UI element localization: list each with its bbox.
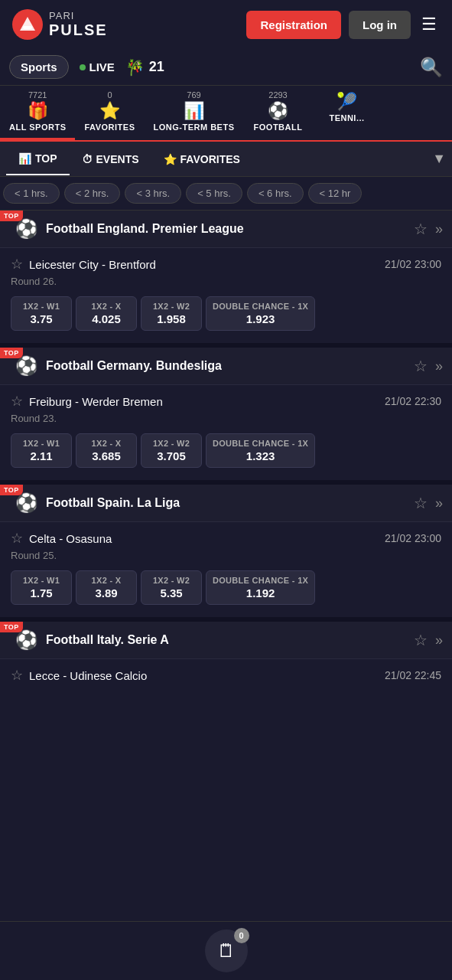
- odds-btn-0[interactable]: 1X2 - W1 3.75: [11, 296, 72, 331]
- league-ball-icon: ⚽: [15, 629, 38, 651]
- filter-icon-favorites: ⭐: [164, 153, 177, 165]
- filter-tab-favorites[interactable]: ⭐ FAVORITES: [151, 144, 252, 175]
- match-time: 21/02 23:00: [385, 258, 441, 270]
- time-filter-btn-3[interactable]: < 5 hrs.: [186, 183, 242, 204]
- odds-value: 2.11: [30, 449, 52, 462]
- odds-value: 3.89: [95, 586, 117, 599]
- odds-btn-3[interactable]: DOUBLE CHANCE - 1X 1.192: [206, 570, 315, 605]
- odds-btn-0[interactable]: 1X2 - W1 2.11: [11, 433, 72, 468]
- live-indicator: LIVE: [80, 60, 115, 74]
- sport-tab-label: LONG-TERM BETS: [154, 122, 235, 132]
- odds-btn-1[interactable]: 1X2 - X 3.685: [76, 433, 137, 468]
- league-ball-icon: ⚽: [15, 218, 38, 240]
- filter-tab-events[interactable]: ⏱ EVENTS: [70, 144, 151, 175]
- odds-btn-1[interactable]: 1X2 - X 3.89: [76, 570, 137, 605]
- match-teams: ☆ Lecce - Udinese Calcio: [11, 667, 147, 684]
- sports-tabs: 7721 🎁 ALL SPORTS 0 ⭐ FAVORITES 769 📊 LO…: [0, 86, 452, 142]
- sport-tab-icon: ⚽: [268, 101, 288, 121]
- sports-tab-football[interactable]: 2293 ⚽ FOOTBALL: [244, 86, 313, 140]
- league-expand-icon[interactable]: »: [435, 632, 443, 648]
- live-count: 21: [149, 59, 164, 75]
- bet-slip-button[interactable]: 🗒 0: [205, 929, 248, 972]
- league-name: Football Italy. Serie A: [46, 633, 414, 647]
- league-header-bundesliga: TOP ⚽ Football Germany. Bundesliga ☆ »: [0, 348, 452, 385]
- league-header-premier-league: TOP ⚽ Football England. Premier League ☆…: [0, 211, 452, 248]
- time-filter: < 1 hrs.< 2 hrs.< 3 hrs.< 5 hrs.< 6 hrs.…: [0, 177, 452, 211]
- league-expand-icon[interactable]: »: [435, 495, 443, 511]
- odds-btn-3[interactable]: DOUBLE CHANCE - 1X 1.323: [206, 433, 315, 468]
- odds-btn-1[interactable]: 1X2 - X 4.025: [76, 296, 137, 331]
- search-icon[interactable]: 🔍: [420, 57, 443, 78]
- sports-tab-tennis[interactable]: 🎾 TENNI...: [313, 86, 382, 140]
- sport-tab-label: FOOTBALL: [254, 122, 303, 132]
- league-expand-icon[interactable]: »: [435, 358, 443, 374]
- header: PARI PULSE Registration Log in ☰: [0, 0, 452, 49]
- match-row: ☆ Leicester City - Brentford 21/02 23:00…: [0, 248, 452, 343]
- match-name: Lecce - Udinese Calcio: [29, 669, 147, 682]
- league-favorite-icon[interactable]: ☆: [414, 631, 428, 649]
- odds-btn-2[interactable]: 1X2 - W2 3.705: [141, 433, 202, 468]
- league-favorite-icon[interactable]: ☆: [414, 494, 428, 512]
- odds-btn-3[interactable]: DOUBLE CHANCE - 1X 1.923: [206, 296, 315, 331]
- sports-button[interactable]: Sports: [9, 55, 69, 79]
- odds-label: DOUBLE CHANCE - 1X: [213, 439, 308, 448]
- odds-value: 5.35: [160, 586, 182, 599]
- odds-value: 3.685: [92, 449, 121, 462]
- time-filter-btn-4[interactable]: < 6 hrs.: [247, 183, 304, 204]
- time-filter-btn-2[interactable]: < 3 hrs.: [125, 183, 181, 204]
- odds-label: 1X2 - W1: [23, 302, 60, 311]
- sports-tab-long-term[interactable]: 769 📊 LONG-TERM BETS: [145, 86, 244, 140]
- sport-tab-count: 0: [107, 90, 112, 100]
- sports-tab-all-sports[interactable]: 7721 🎁 ALL SPORTS: [0, 86, 75, 140]
- sport-tab-icon: 🎁: [28, 101, 48, 121]
- menu-icon[interactable]: ☰: [418, 11, 440, 38]
- filter-tab-top[interactable]: 📊 TOP: [6, 143, 70, 175]
- registration-button[interactable]: Registration: [246, 11, 341, 39]
- odds-label: DOUBLE CHANCE - 1X: [213, 576, 308, 585]
- odds-row: 1X2 - W1 3.75 1X2 - X 4.025 1X2 - W2 1.9…: [11, 293, 441, 340]
- sport-tab-icon: 📊: [184, 101, 204, 121]
- filter-label-events: EVENTS: [96, 153, 139, 165]
- bottom-nav: 🗒 0: [0, 921, 452, 980]
- league-favorite-icon[interactable]: ☆: [414, 357, 428, 375]
- odds-btn-0[interactable]: 1X2 - W1 1.75: [11, 570, 72, 605]
- match-row: ☆ Lecce - Udinese Calcio 21/02 22:45: [0, 659, 452, 687]
- league-name: Football Spain. La Liga: [46, 496, 414, 510]
- filter-label-favorites: FAVORITES: [180, 153, 240, 165]
- match-round: Round 26.: [11, 276, 441, 287]
- odds-label: 1X2 - W2: [153, 302, 190, 311]
- filter-bar: 📊 TOP ⏱ EVENTS ⭐ FAVORITES ▼: [0, 142, 452, 177]
- league-section-serie-a: TOP ⚽ Football Italy. Serie A ☆ » ☆ Lecc…: [0, 622, 452, 687]
- odds-btn-2[interactable]: 1X2 - W2 5.35: [141, 570, 202, 605]
- filter-options-button[interactable]: ▼: [432, 151, 446, 167]
- league-name: Football Germany. Bundesliga: [46, 359, 414, 373]
- svg-rect-1: [23, 26, 32, 29]
- match-row: ☆ Celta - Osasuna 21/02 23:00 Round 25. …: [0, 522, 452, 617]
- match-row: ☆ Freiburg - Werder Bremen 21/02 22:30 R…: [0, 385, 452, 480]
- match-favorite-icon[interactable]: ☆: [11, 530, 23, 547]
- time-filter-btn-5[interactable]: < 12 hr: [308, 183, 363, 204]
- logo-pari: PARI: [49, 11, 108, 21]
- match-favorite-icon[interactable]: ☆: [11, 667, 23, 684]
- nav-bar: Sports LIVE 🎋 21 🔍: [0, 49, 452, 86]
- league-favorite-icon[interactable]: ☆: [414, 220, 428, 238]
- odds-value: 4.025: [92, 312, 121, 325]
- league-header-la-liga: TOP ⚽ Football Spain. La Liga ☆ »: [0, 485, 452, 522]
- league-ball-icon: ⚽: [15, 355, 38, 377]
- login-button[interactable]: Log in: [349, 11, 411, 39]
- sport-tab-count: 769: [187, 90, 200, 100]
- league-name: Football England. Premier League: [46, 222, 414, 236]
- sport-tab-label: ALL SPORTS: [9, 122, 66, 132]
- odds-btn-2[interactable]: 1X2 - W2 1.958: [141, 296, 202, 331]
- sports-tab-favorites[interactable]: 0 ⭐ FAVORITES: [75, 86, 144, 140]
- match-teams: ☆ Celta - Osasuna: [11, 530, 112, 547]
- league-expand-icon[interactable]: »: [435, 221, 443, 237]
- match-info: ☆ Lecce - Udinese Calcio 21/02 22:45: [11, 667, 441, 684]
- league-ball-icon: ⚽: [15, 492, 38, 514]
- time-filter-btn-1[interactable]: < 2 hrs.: [64, 183, 121, 204]
- time-filter-btn-0[interactable]: < 1 hrs.: [3, 183, 60, 204]
- match-favorite-icon[interactable]: ☆: [11, 393, 23, 410]
- odds-value: 1.323: [246, 449, 275, 462]
- match-favorite-icon[interactable]: ☆: [11, 256, 23, 273]
- sport-tab-label: TENNI...: [329, 113, 364, 122]
